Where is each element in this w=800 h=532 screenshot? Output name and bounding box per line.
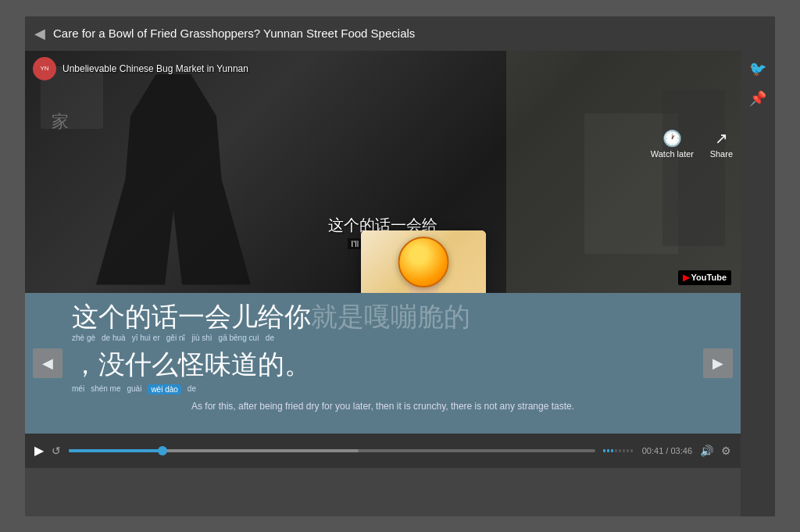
seg3 <box>611 449 613 452</box>
popup-image <box>361 230 486 293</box>
watch-later-area[interactable]: 🕐 Watch later <box>651 129 694 159</box>
progress-segments <box>603 449 634 452</box>
volume-button[interactable]: 🔊 <box>700 445 713 457</box>
youtube-text: YouTube <box>691 273 727 282</box>
channel-avatar: YN <box>33 57 56 80</box>
main-area: 家 YN Unbelievable Chinese Bug Market in … <box>25 51 775 516</box>
player-controls: ▶ ↺ <box>25 434 741 468</box>
subtitle-panel: ◀ ▶ 这个的话一会儿给你就是嘎嘣脆的 zhè gè de huà yī huì… <box>25 293 741 434</box>
pinyin-de2: de <box>188 384 196 395</box>
header-bar: ◀ Care for a Bowl of Fried Grasshoppers?… <box>25 16 775 51</box>
pinyin-weidao[interactable]: wèi dào <box>148 384 180 395</box>
share-area[interactable]: ↗ Share <box>710 129 733 159</box>
content-area: 家 YN Unbelievable Chinese Bug Market in … <box>25 51 741 516</box>
chinese-line2-pre: ，没什么怪 <box>72 349 205 379</box>
page-title: Care for a Bowl of Fried Grasshoppers? Y… <box>53 27 415 40</box>
pinyin-mei: méi <box>72 384 84 395</box>
back-button[interactable]: ◀ <box>34 25 45 42</box>
progress-thumb[interactable] <box>158 446 167 455</box>
youtube-logo: ▶ YouTube <box>678 270 731 285</box>
seg2 <box>607 449 609 452</box>
pinyin-guai: guài <box>127 384 141 395</box>
pinyin-yihuier: yī huì er <box>132 334 160 342</box>
seg6 <box>623 449 625 452</box>
nav-prev-button[interactable]: ◀ <box>33 348 62 378</box>
refresh-button[interactable]: ↺ <box>52 445 61 457</box>
progress-fill <box>69 449 163 452</box>
seg5 <box>619 449 621 452</box>
video-title-bar: YN Unbelievable Chinese Bug Market in Yu… <box>33 57 248 80</box>
chinese-line-2[interactable]: ，没什么怪味道的。 <box>72 347 694 383</box>
word-popup: wèi dào (noun) taste; flavor; smell <box>361 230 486 293</box>
seg1 <box>603 449 605 452</box>
pinyin-row-1: zhè gè de huà yī huì er gěi nǐ jiù shì g… <box>72 334 694 342</box>
watch-later-icon: 🕐 <box>662 129 682 148</box>
current-time: 00:41 <box>642 446 664 455</box>
english-translation: As for this, after being fried dry for y… <box>72 401 694 412</box>
total-time: 03:46 <box>670 446 692 455</box>
chinese-line-1[interactable]: 这个的话一会儿给你就是嘎嘣脆的 <box>72 301 694 333</box>
video-section[interactable]: 家 YN Unbelievable Chinese Bug Market in … <box>25 51 741 293</box>
share-icon: ↗ <box>715 129 728 148</box>
pinyin-gabengcui: gā bēng cuì <box>219 334 259 342</box>
chinese-line1-pre: 这个的话一会儿给你 <box>72 302 311 331</box>
pinyin-row-2: méi shén me guài wèi dào de <box>72 384 694 395</box>
share-label: Share <box>710 149 733 159</box>
progress-bar[interactable] <box>69 449 595 452</box>
chinese-line1-fade: 就是嘎嘣脆的 <box>311 302 470 331</box>
person-silhouette <box>88 74 259 285</box>
chinese-line2-post: 的。 <box>258 349 311 379</box>
pinterest-button[interactable]: 📌 <box>749 90 766 107</box>
seg4 <box>615 449 617 452</box>
sidebar: 🐦 📌 <box>741 51 775 516</box>
play-button[interactable]: ▶ <box>34 443 44 458</box>
twitter-button[interactable]: 🐦 <box>749 60 766 77</box>
seg8 <box>630 449 633 452</box>
settings-button[interactable]: ⚙ <box>721 445 731 457</box>
video-title: Unbelievable Chinese Bug Market in Yunna… <box>62 63 248 74</box>
nav-next-button[interactable]: ▶ <box>703 348 733 378</box>
chinese-highlight-word[interactable]: 味道 <box>205 349 258 379</box>
pinyin-zhege: zhè gè <box>72 334 95 342</box>
watch-later-label: Watch later <box>651 149 694 159</box>
orange-visual <box>398 237 449 287</box>
pinyin-dehua: de huà <box>102 334 126 342</box>
time-display: 00:41 / 03:46 <box>642 446 692 455</box>
pinyin-gei: gěi nǐ <box>166 334 186 342</box>
pinyin-de1: de <box>266 334 274 342</box>
seg7 <box>627 449 629 452</box>
pinyin-shenme: shén me <box>91 384 120 395</box>
pinyin-jiushi: jiù shì <box>191 334 212 342</box>
app-container: ◀ Care for a Bowl of Fried Grasshoppers?… <box>25 16 775 516</box>
